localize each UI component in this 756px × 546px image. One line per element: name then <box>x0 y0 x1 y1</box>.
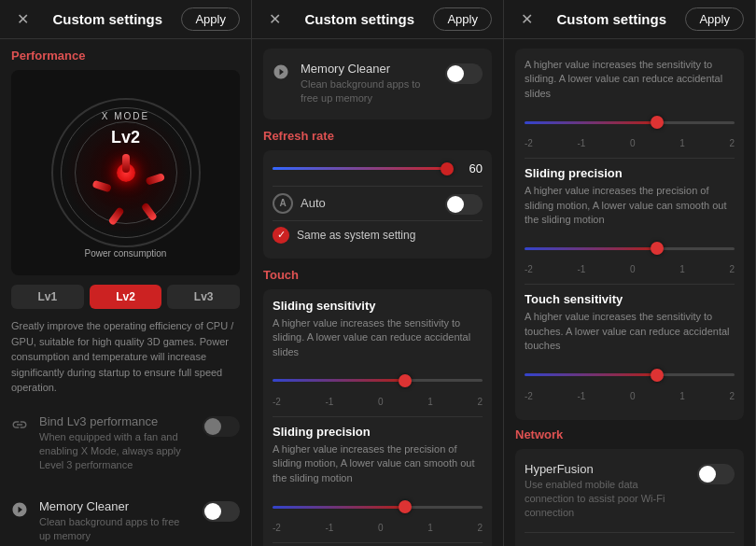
refresh-section-p2: 60 A Auto ✓ Same as system setting <box>263 150 492 259</box>
top-slider[interactable] <box>525 108 735 136</box>
auto-label-p2: Auto <box>301 196 438 210</box>
level-lv2-button[interactable]: Lv2 <box>90 285 162 309</box>
sliding-sensitivity-slider[interactable] <box>273 367 483 395</box>
panel-1-title: Custom settings <box>52 11 162 27</box>
performance-desc: Greatly improve the operating efficiency… <box>11 318 240 396</box>
memory-cleaner-toggle-p2[interactable] <box>445 63 483 84</box>
touch-section-p2: Sliding sensitivity A higher value incre… <box>263 289 492 546</box>
panel-2-header: ✕ Custom settings Apply <box>252 0 503 39</box>
t-label-max: 2 <box>729 138 735 148</box>
level-lv3-button[interactable]: Lv3 <box>167 285 240 309</box>
power-consumption-label: Power consumption <box>85 248 167 259</box>
tsp-zero-p3: 0 <box>630 391 636 401</box>
top-desc-section: A higher value increases the sensitivity… <box>515 49 744 420</box>
sliding-sensitivity-labels: -2 -1 0 1 2 <box>273 397 483 407</box>
memory-cleaner-name-p2: Memory Cleaner <box>301 62 436 76</box>
sliding-precision-track <box>273 506 483 509</box>
bind-icon <box>11 416 30 435</box>
refresh-slider-p2[interactable] <box>273 160 452 178</box>
panel-3-header: ✕ Custom settings Apply <box>504 0 755 39</box>
tsp-max-p3: 2 <box>729 391 735 401</box>
panel-3-apply-button[interactable]: Apply <box>685 7 744 31</box>
memory-cleaner-desc: Clean background apps to free up memory <box>39 515 193 544</box>
touch-sensitivity-thumb-p3[interactable] <box>651 369 664 382</box>
panel-2-apply-button[interactable]: Apply <box>433 7 492 31</box>
panel-2-close-button[interactable]: ✕ <box>263 8 286 31</box>
touch-sensitivity-labels-p3: -2 -1 0 1 2 <box>525 391 735 401</box>
sliding-precision-labels: -2 -1 0 1 2 <box>273 523 483 533</box>
sliding-precision-slider[interactable] <box>273 493 483 521</box>
panel-3-content: A higher value increases the sensitivity… <box>504 39 755 546</box>
performance-title: Performance <box>11 49 240 63</box>
touch-sensitivity-slider-p3[interactable] <box>525 361 735 389</box>
sliding-precision-thumb-p3[interactable] <box>651 242 664 255</box>
tsp-pos1-p3: 1 <box>679 391 685 401</box>
xmode-inner: X MODE Lv2 <box>51 98 201 247</box>
xmode-graphic: ASUS X MODE Lv2 Power consumption <box>11 70 240 275</box>
auto-toggle-p2[interactable] <box>445 194 483 215</box>
panel-3-close-button[interactable]: ✕ <box>515 8 538 31</box>
top-desc: A higher value increases the sensitivity… <box>525 58 735 101</box>
sliding-sensitivity-thumb[interactable] <box>399 374 412 387</box>
t-label-min: -2 <box>525 138 533 148</box>
top-thumb[interactable] <box>651 116 664 129</box>
sliding-sensitivity-name: Sliding sensitivity <box>273 299 483 313</box>
sliding-precision-slider-p3[interactable] <box>525 234 735 262</box>
panel-1-header: ✕ Custom settings Apply <box>0 0 251 39</box>
panel-2: ✕ Custom settings Apply Memory Cleaner C… <box>252 0 504 546</box>
refresh-track-p2 <box>273 167 452 170</box>
t-label-zero: 0 <box>630 138 636 148</box>
panel-1-content: Performance ASUS X MODE Lv2 Power consum… <box>0 39 251 546</box>
sliding-precision-desc-p3: A higher value increases the precision o… <box>525 184 735 227</box>
hyperfusion-row: HyperFusion Use enabled mobile data conn… <box>525 458 735 525</box>
level-lv1-button[interactable]: Lv1 <box>11 285 84 309</box>
sliding-precision-name: Sliding precision <box>273 425 483 439</box>
memory-cleaner-thumb-p2 <box>447 65 464 82</box>
panel-3: ✕ Custom settings Apply A higher value i… <box>504 0 756 546</box>
top-labels: -2 -1 0 1 2 <box>525 138 735 148</box>
memory-cleaner-toggle[interactable] <box>203 501 240 522</box>
memory-cleaner-toggle-thumb <box>204 503 221 520</box>
tsp-min-p3: -2 <box>525 391 533 401</box>
hyperfusion-info: HyperFusion Use enabled mobile data conn… <box>525 462 688 521</box>
sliding-precision-track-p3 <box>525 247 735 250</box>
refresh-val-p2: 60 <box>459 161 483 175</box>
panel-1-apply-button[interactable]: Apply <box>181 7 240 31</box>
sliding-precision-desc: A higher value increases the precision o… <box>273 442 483 485</box>
panel-1: ✕ Custom settings Apply Performance ASUS… <box>0 0 252 546</box>
sliding-precision-thumb[interactable] <box>399 500 412 513</box>
divider-p3-2 <box>525 284 735 285</box>
bind-lv3-toggle[interactable] <box>203 416 240 437</box>
refresh-fill-p2 <box>273 167 452 170</box>
network-section: HyperFusion Use enabled mobile data conn… <box>515 449 744 546</box>
bind-lv3-desc: When equipped with a fan and enabling X … <box>39 430 193 473</box>
hyperfusion-thumb <box>699 466 716 483</box>
label-min: -2 <box>273 397 281 407</box>
xmode-fan <box>98 145 154 201</box>
panel-1-close-button[interactable]: ✕ <box>11 8 34 31</box>
same-system-icon-p2: ✓ <box>273 227 289 244</box>
memory-cleaner-desc-p2: Clean background apps to free up memory <box>301 77 436 106</box>
hyperfusion-desc: Use enabled mobile data connection to as… <box>525 478 688 521</box>
sliding-sensitivity-track <box>273 379 483 382</box>
refresh-rate-title-p2: Refresh rate <box>263 129 492 143</box>
refresh-thumb-p2[interactable] <box>441 162 454 175</box>
supported-apps-row: Supported apps Currently installed apps … <box>525 540 735 546</box>
xmode-label: X MODE <box>102 111 149 121</box>
p-label-max: 2 <box>477 523 483 533</box>
sp-neg1-p3: -1 <box>578 264 586 274</box>
hyperfusion-toggle[interactable] <box>697 464 735 484</box>
touch-sensitivity-name-p3: Touch sensitivity <box>525 292 735 306</box>
hyperfusion-name: HyperFusion <box>525 462 688 476</box>
panel-3-title: Custom settings <box>556 11 666 27</box>
memory-cleaner-icon <box>11 501 30 520</box>
touch-sensitivity-track-p3 <box>525 373 735 376</box>
same-system-row-p2: ✓ Same as system setting <box>273 220 483 249</box>
memory-cleaner-info: Memory Cleaner Clean background apps to … <box>39 499 193 544</box>
refresh-slider-row-p2: 60 <box>273 160 483 178</box>
p-label-min: -2 <box>273 523 281 533</box>
label-max: 2 <box>477 397 483 407</box>
auto-row-p2: A Auto <box>273 186 483 220</box>
label-zero: 0 <box>378 397 384 407</box>
bind-lv3-info: Bind Lv3 performance When equipped with … <box>39 414 193 473</box>
